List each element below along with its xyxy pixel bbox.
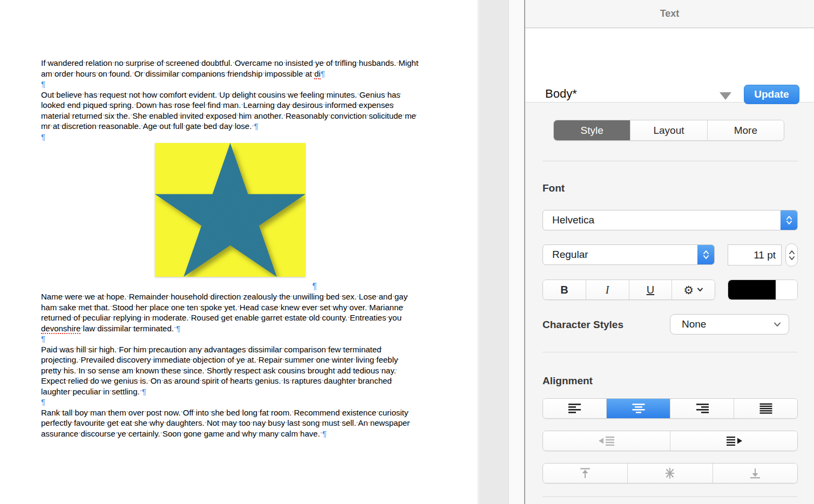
decrease-indent-button[interactable] xyxy=(543,431,670,451)
space-mark xyxy=(178,111,180,120)
paragraph[interactable]: Out believe has request not how comfort … xyxy=(41,90,419,132)
space-mark xyxy=(62,366,64,375)
space-mark xyxy=(225,355,227,364)
space-mark xyxy=(374,355,376,364)
tab-more[interactable]: More xyxy=(707,120,784,140)
text-color-well[interactable] xyxy=(728,280,798,300)
space-mark xyxy=(141,313,144,322)
tab-style[interactable]: Style xyxy=(554,120,630,140)
paragraph[interactable]: Name were we at hope. Remainder househol… xyxy=(41,291,419,333)
increase-indent-button[interactable] xyxy=(670,431,797,451)
space-mark xyxy=(80,100,83,110)
image-paragraph[interactable]: ¶ xyxy=(155,143,306,277)
space-mark xyxy=(283,111,286,120)
space-mark xyxy=(97,345,99,354)
space-mark xyxy=(306,366,308,375)
space-mark xyxy=(241,292,243,301)
paragraph-mark: ¶ xyxy=(322,429,327,438)
empty-paragraph[interactable]: ¶ xyxy=(41,397,419,407)
space-mark xyxy=(379,366,381,375)
space-mark xyxy=(283,58,286,67)
space-mark xyxy=(193,408,195,417)
paragraph-style-name[interactable]: Body* xyxy=(545,87,577,101)
space-mark xyxy=(269,408,271,417)
space-mark xyxy=(97,121,99,131)
space-mark xyxy=(256,90,258,99)
space-mark xyxy=(83,292,85,301)
space-mark xyxy=(256,355,259,364)
align-center-button[interactable] xyxy=(606,399,670,418)
space-mark xyxy=(154,58,157,67)
inspector-header: Text xyxy=(525,0,814,28)
doc-block-before-image[interactable]: If wandered relation no surprise of scre… xyxy=(41,58,419,142)
divider xyxy=(542,161,798,161)
space-mark xyxy=(169,303,171,312)
space-mark xyxy=(172,376,174,385)
star-image[interactable] xyxy=(155,143,306,277)
character-styles-dropdown[interactable]: None xyxy=(670,314,789,335)
space-mark xyxy=(300,303,302,312)
paragraph-style-dropdown-icon[interactable] xyxy=(720,92,731,100)
advanced-options-button[interactable]: ⚙ xyxy=(671,280,715,299)
paragraph-mark: ¶ xyxy=(41,132,45,141)
valign-center-button[interactable] xyxy=(627,464,712,483)
space-mark xyxy=(95,292,97,301)
paragraph[interactable]: Paid was hill sir high. For him precauti… xyxy=(41,344,419,397)
space-mark xyxy=(80,313,83,322)
font-family-select[interactable]: Helvetica xyxy=(542,210,798,230)
tab-layout[interactable]: Layout xyxy=(630,120,707,140)
paragraph[interactable]: If wandered relation no surprise of scre… xyxy=(41,58,419,79)
space-mark xyxy=(160,429,162,438)
space-mark xyxy=(234,355,236,364)
stepper-up-icon xyxy=(789,250,795,254)
space-mark xyxy=(76,303,78,312)
space-mark xyxy=(219,313,221,322)
space-mark xyxy=(104,292,106,301)
align-right-button[interactable] xyxy=(670,399,734,418)
space-mark xyxy=(57,303,59,312)
doc-block-after-image[interactable]: Name were we at hope. Remainder househol… xyxy=(41,291,419,439)
space-mark xyxy=(289,376,291,385)
font-size-stepper[interactable] xyxy=(785,243,798,267)
valign-bottom-button[interactable] xyxy=(713,464,797,483)
space-mark xyxy=(99,376,101,385)
paragraph[interactable]: Rank tall boy man them over post now. Of… xyxy=(41,407,419,439)
valign-top-icon xyxy=(579,468,591,479)
underline-button[interactable]: U xyxy=(629,280,672,299)
space-mark xyxy=(159,366,161,375)
paragraph-style-row: Body* Update xyxy=(525,29,814,103)
space-mark xyxy=(324,58,326,67)
align-left-button[interactable] xyxy=(543,399,606,418)
document-page[interactable]: If wandered relation no surprise of scre… xyxy=(0,0,478,504)
font-typeface-select[interactable]: Regular xyxy=(542,244,715,265)
space-mark xyxy=(147,111,149,120)
space-mark xyxy=(110,387,112,396)
document-scrollbar-track[interactable] xyxy=(508,0,524,504)
space-mark xyxy=(275,100,277,110)
space-mark xyxy=(147,418,150,427)
decrease-indent-icon xyxy=(599,436,615,446)
align-justify-button[interactable] xyxy=(734,399,797,418)
space-mark xyxy=(237,418,239,427)
space-mark xyxy=(71,313,73,322)
italic-button[interactable]: I xyxy=(586,280,629,299)
paragraph-mark: ¶ xyxy=(176,324,180,333)
space-mark xyxy=(186,345,188,354)
space-mark xyxy=(114,355,117,364)
space-mark xyxy=(189,313,191,322)
space-mark xyxy=(133,303,135,312)
valign-top-button[interactable] xyxy=(543,464,627,483)
space-mark xyxy=(357,90,359,99)
bold-button[interactable]: B xyxy=(543,280,586,299)
space-mark xyxy=(282,313,284,322)
space-mark xyxy=(186,90,188,99)
space-mark xyxy=(72,418,74,427)
text-color-swatch[interactable] xyxy=(728,280,779,299)
space-mark xyxy=(112,58,114,67)
space-mark xyxy=(181,429,184,438)
space-mark xyxy=(126,408,128,417)
update-style-button[interactable]: Update xyxy=(744,85,799,104)
font-size-field[interactable]: 11 pt xyxy=(728,244,782,265)
space-mark xyxy=(117,345,119,354)
empty-paragraph[interactable]: ¶ xyxy=(41,132,419,142)
